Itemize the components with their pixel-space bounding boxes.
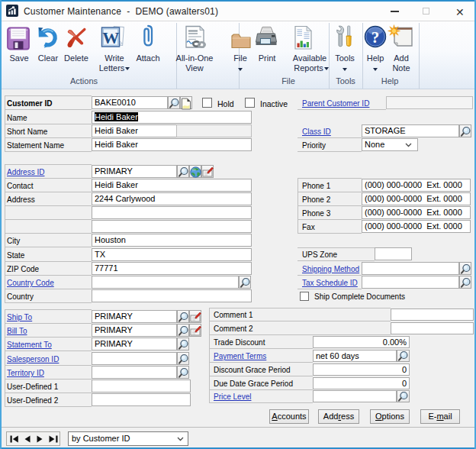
svg-text:?: ? [371,28,380,47]
svg-text:W: W [102,28,119,47]
